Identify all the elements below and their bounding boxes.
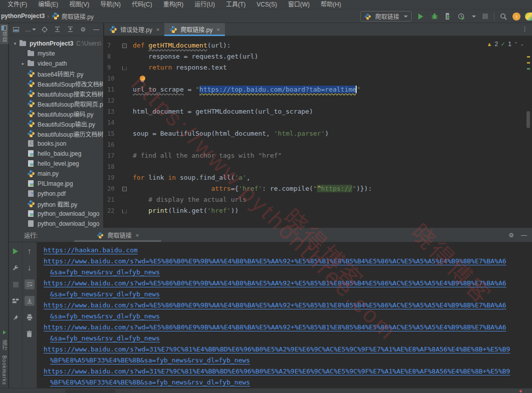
previous-problem-icon[interactable]: ⌃ [514, 39, 518, 50]
output-url-link[interactable]: &sa=fyb_news&rsv_dl=fyb_news [50, 334, 160, 342]
menu-item[interactable]: 视图(V) [64, 0, 95, 10]
run-tab[interactable]: 爬取链接 × [73, 228, 162, 242]
editor-scrollbar-thumb[interactable] [526, 111, 530, 128]
menu-item[interactable]: 工具(T) [220, 0, 251, 10]
profiler-button[interactable] [457, 12, 466, 21]
tree-item[interactable]: mysite [9, 49, 103, 59]
close-icon[interactable]: × [156, 27, 159, 33]
output-url-link[interactable]: https://www.baidu.com/s?wd=%E5%86%B0%E9%… [44, 323, 506, 331]
tree-item[interactable]: python.pdf [9, 189, 103, 199]
tree-item[interactable]: python_download_logo [9, 219, 103, 228]
fold-end-icon[interactable] [117, 205, 131, 216]
error-stripe[interactable] [526, 36, 531, 228]
hide-panel-icon[interactable]: — [521, 232, 527, 239]
tree-item[interactable]: ▸video_path [9, 59, 103, 69]
tree-item[interactable]: beautifulsoup遍历文档树 [9, 129, 103, 139]
stripe-bookmarks-label[interactable]: Bookmarks [2, 355, 7, 385]
output-url-link[interactable]: &sa=fyb_news&rsv_dl=fyb_news [50, 290, 160, 298]
tree-item[interactable]: Beautifulsoup爬取网页.py [9, 99, 103, 109]
fold-open-icon[interactable]: − [117, 183, 131, 194]
project-view-icon[interactable] [12, 26, 20, 34]
tree-item[interactable]: BeautifulSoup输出.py [9, 119, 103, 129]
menu-item[interactable]: 代码(C) [126, 0, 158, 10]
tab-options-icon[interactable]: ⋮ [521, 25, 528, 33]
run-console-output[interactable]: https://haokan.baidu.comhttps://www.baid… [37, 242, 532, 388]
code-line[interactable]: print(link.get('href')) [133, 205, 525, 216]
breadcrumb-file[interactable]: 爬取链接.py [52, 12, 94, 21]
collapse-all-icon[interactable] [67, 26, 75, 34]
breadcrumb-project[interactable]: pythonProject3 [1, 13, 45, 20]
code-line[interactable]: # find all the anchor tags with "href" [133, 150, 525, 161]
tree-item[interactable]: books.json [9, 139, 103, 149]
menu-item[interactable]: VCS(S) [251, 0, 283, 10]
tree-item[interactable]: beautifulsoup编码.py [9, 109, 103, 119]
code-line[interactable] [133, 161, 525, 172]
chevron-down-icon[interactable]: ▾ [11, 41, 19, 46]
scroll-to-end-toggle[interactable] [25, 296, 35, 306]
expand-all-icon[interactable] [54, 26, 62, 34]
tree-item[interactable]: hello_baidu.jpeg [9, 149, 103, 159]
code-line[interactable]: response = requests.get(url) [133, 51, 525, 62]
output-url-link[interactable]: %BF%E8%A5%BF33%E4%BE%8B&sa=fyb_news&rsv_… [50, 378, 250, 386]
tree-item[interactable]: PILImage.jpg [9, 179, 103, 189]
tree-item[interactable]: BeautifulSoup修改文档树 [9, 79, 103, 89]
profile-gradient-icon[interactable] [525, 13, 532, 21]
code-line[interactable]: return response.text [133, 62, 525, 73]
code-line[interactable]: # display the actual urls [133, 194, 525, 205]
stripe-run-label[interactable]: 运行 [1, 339, 8, 350]
output-url-link[interactable]: &sa=fyb_news&rsv_dl=fyb_news [50, 268, 160, 276]
intention-bulb-icon[interactable] [140, 76, 145, 81]
down-stack-trace-icon[interactable]: ↓ [25, 263, 35, 273]
output-url-link[interactable]: https://www.baidu.com/s?wd=%E5%86%B0%E9%… [44, 257, 506, 265]
tree-item[interactable]: base64转图片.py [9, 69, 103, 79]
code-editor[interactable]: 7−891011121314151617181920−2122 def getH… [104, 36, 532, 228]
code-line[interactable] [133, 139, 525, 150]
output-url-link[interactable]: https://www.baidu.com/s?wd=%E5%86%B0%E9%… [44, 301, 506, 309]
run-with-coverage-button[interactable] [443, 12, 452, 21]
fold-open-icon[interactable]: − [117, 40, 131, 51]
code-line[interactable]: attrs={'href': re.compile("^https://")})… [133, 183, 525, 194]
pin-icon[interactable] [11, 312, 21, 322]
menu-item[interactable]: 窗口(W) [283, 0, 315, 10]
code-line[interactable] [133, 95, 525, 106]
gear-icon[interactable]: ⚙ [508, 232, 514, 239]
clear-all-icon[interactable] [25, 329, 35, 339]
editor-tab[interactable]: 爬取链接.py× [164, 23, 224, 36]
run-configuration-select[interactable]: 爬取链接 [360, 11, 412, 22]
print-icon[interactable] [25, 312, 35, 322]
debug-button[interactable] [430, 12, 439, 21]
menu-item[interactable]: 运行(U) [189, 0, 220, 10]
output-url-link[interactable]: https://haokan.baidu.com [44, 246, 138, 254]
profiler-dropdown-icon[interactable] [472, 16, 476, 18]
stripe-tab-project[interactable]: 项目 [0, 24, 9, 44]
code-line[interactable] [133, 117, 525, 128]
code-line[interactable]: url_to_scrape = "https://top.baidu.com/b… [133, 84, 525, 95]
tree-item[interactable]: python 截图.py [9, 199, 103, 209]
output-url-link[interactable]: https://www.baidu.com/s?wd=31%E7%9C%81%E… [44, 345, 510, 353]
menu-item[interactable]: 文件(F) [2, 0, 33, 10]
code-line[interactable]: html_document = getHTMLdocument(url_to_s… [133, 106, 525, 117]
output-url-link[interactable]: &sa=fyb_news&rsv_dl=fyb_news [50, 312, 160, 320]
tree-item[interactable]: ▾pythonProject3C:\Users\ [9, 39, 103, 49]
output-url-link[interactable]: https://www.baidu.com/s?wd=31%E7%9C%81%E… [44, 367, 510, 375]
tree-item[interactable]: python_download_logo [9, 209, 103, 219]
settings-wrench-icon[interactable] [11, 263, 21, 273]
code-line[interactable]: for link in soup.find_all('a', [133, 172, 525, 183]
close-icon[interactable]: × [136, 232, 139, 238]
output-url-link[interactable]: https://www.baidu.com/s?wd=%E5%86%B0%E9%… [44, 279, 506, 287]
code-line[interactable]: def getHTMLdocument(url): [133, 40, 525, 51]
menu-item[interactable]: 重构(R) [158, 0, 189, 10]
locate-file-icon[interactable] [41, 26, 49, 34]
menu-item[interactable]: 导航(N) [95, 0, 126, 10]
output-url-link[interactable]: %BF%E8%A5%BF33%E4%BE%8B&sa=fyb_news&rsv_… [50, 356, 250, 364]
next-problem-icon[interactable]: ⌄ [520, 39, 524, 50]
run-tool-icon[interactable] [3, 330, 6, 334]
gear-icon[interactable]: ⚙ [79, 26, 87, 34]
inspection-widget[interactable]: ▲ 2 ✓ 1 ⌃ ⌄ [487, 39, 524, 50]
editor-tab[interactable]: 错误处理.py× [104, 23, 164, 36]
search-everywhere-icon[interactable] [499, 12, 508, 21]
update-available-icon[interactable]: ↑ [512, 13, 520, 21]
code-line[interactable]: soup = BeautifulSoup(html_document, 'htm… [133, 128, 525, 139]
tree-item[interactable]: beautifulsoup搜索文档树 [9, 89, 103, 99]
run-button[interactable] [416, 12, 425, 21]
